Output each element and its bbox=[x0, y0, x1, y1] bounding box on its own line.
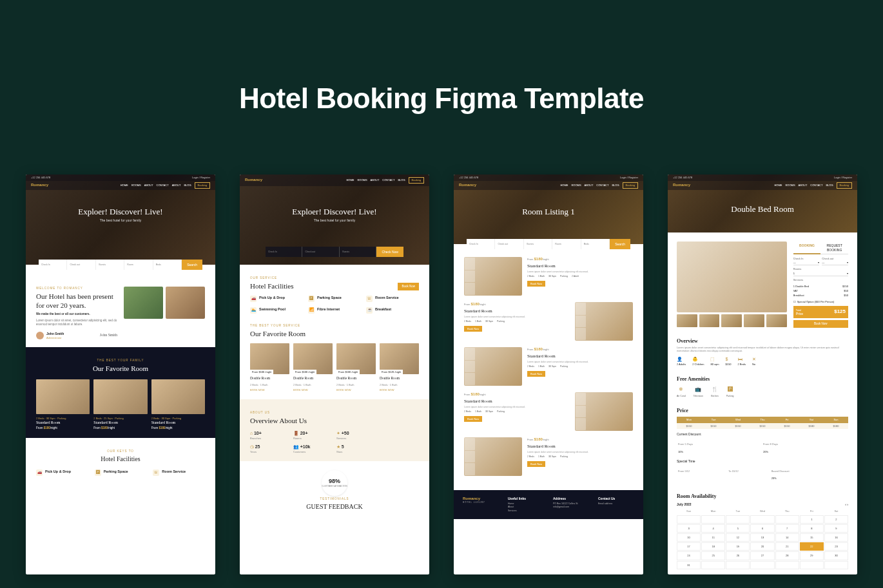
calendar-day[interactable]: 31 bbox=[677, 561, 701, 569]
room-main-image[interactable] bbox=[677, 242, 787, 312]
calendar-day[interactable]: 22 bbox=[800, 542, 824, 551]
book-now-button[interactable]: Book Now bbox=[398, 283, 419, 290]
logo[interactable]: Romancy bbox=[673, 183, 690, 188]
nav-link[interactable]: ABOUT bbox=[585, 184, 594, 187]
book-now-button[interactable]: Book Now bbox=[527, 281, 545, 287]
logo[interactable]: Romancy bbox=[245, 178, 262, 183]
room-image[interactable] bbox=[464, 257, 522, 296]
book-now-button[interactable]: Book Now bbox=[464, 326, 482, 332]
checkin-field[interactable]: Check In—▾ bbox=[793, 257, 820, 265]
topbar-auth[interactable]: Login / Register bbox=[834, 176, 852, 179]
nav-link[interactable]: ABOUT bbox=[371, 178, 380, 182]
guests-field[interactable]: Guests bbox=[524, 239, 552, 249]
nav-link[interactable]: ROOMS bbox=[785, 184, 795, 187]
topbar-auth[interactable]: Login / Register bbox=[192, 176, 210, 179]
booking-button[interactable]: Booking bbox=[195, 182, 210, 188]
checkout-field[interactable]: Check out bbox=[302, 247, 339, 257]
room-card[interactable]: 2 Beds · 30 Sqm · Parking Standard Room … bbox=[36, 379, 90, 430]
calendar-day[interactable]: 11 bbox=[701, 533, 725, 542]
calendar-day[interactable]: 20 bbox=[750, 542, 774, 551]
calendar-day[interactable]: 3 bbox=[677, 524, 701, 533]
room-image[interactable] bbox=[575, 302, 633, 341]
calendar-day[interactable]: 16 bbox=[824, 533, 848, 542]
calendar-day[interactable]: 5 bbox=[726, 524, 750, 533]
calendar-day[interactable]: 15 bbox=[800, 533, 824, 542]
guests-field[interactable]: Guests bbox=[96, 260, 124, 270]
logo[interactable]: Romancy bbox=[31, 183, 48, 188]
calendar-day[interactable]: 6 bbox=[750, 524, 774, 533]
nav-link[interactable]: CONTACT bbox=[810, 184, 822, 187]
rooms-field[interactable]: Rooms1▾ bbox=[793, 267, 848, 276]
nav-link[interactable]: HOME bbox=[560, 184, 568, 187]
checkin-field[interactable]: Check In bbox=[467, 239, 495, 249]
search-button[interactable]: Search bbox=[610, 239, 630, 249]
nav-link[interactable]: BLOG bbox=[612, 184, 619, 187]
nav-link[interactable]: ABOUT bbox=[172, 184, 181, 187]
beds-field[interactable]: Beds bbox=[581, 239, 610, 249]
calendar-day[interactable]: 29 bbox=[800, 551, 824, 560]
special-option[interactable]: ☐Special Option ($10 Per Person) bbox=[793, 300, 848, 303]
calendar-day[interactable]: 17 bbox=[677, 542, 701, 551]
calendar-day[interactable]: 21 bbox=[775, 542, 799, 551]
calendar-day[interactable]: 25 bbox=[701, 551, 725, 560]
calendar-day[interactable]: 26 bbox=[726, 551, 750, 560]
calendar-day[interactable]: 30 bbox=[824, 551, 848, 560]
calendar-day[interactable]: 13 bbox=[750, 533, 774, 542]
book-now-link[interactable]: BOOK NOW bbox=[380, 388, 419, 392]
calendar-day[interactable]: 18 bbox=[701, 542, 725, 551]
room-field[interactable]: Room bbox=[552, 239, 581, 249]
thumbnail[interactable] bbox=[766, 314, 787, 327]
next-month-button[interactable]: › bbox=[847, 502, 848, 506]
preview-homepage-2[interactable]: Romancy HOME ROOMS ABOUT CONTACT BLOG Bo… bbox=[240, 175, 429, 574]
calendar-day[interactable]: 14 bbox=[775, 533, 799, 542]
guests-field[interactable]: Guests bbox=[340, 247, 376, 257]
book-now-link[interactable]: BOOK NOW bbox=[293, 388, 333, 392]
room-card[interactable]: 2 Beds · 25 Sqm · Parking Standard Room … bbox=[93, 379, 147, 430]
thumbnail[interactable] bbox=[721, 314, 742, 327]
book-now-link[interactable]: BOOK NOW bbox=[250, 388, 289, 392]
thumbnail[interactable] bbox=[744, 314, 764, 327]
nav-link[interactable]: CONTACT bbox=[596, 184, 608, 187]
prev-month-button[interactable]: ‹ bbox=[845, 502, 846, 506]
calendar-day[interactable]: 2 bbox=[824, 515, 848, 524]
book-now-button[interactable]: Book Now bbox=[464, 416, 482, 422]
nav-link[interactable]: CONTACT bbox=[382, 178, 394, 182]
calendar-day[interactable]: 7 bbox=[775, 524, 799, 533]
nav-link[interactable]: HOME bbox=[346, 178, 354, 182]
calendar-day[interactable]: 8 bbox=[800, 524, 824, 533]
book-now-button[interactable]: Book Now bbox=[793, 320, 848, 328]
preview-room-listing[interactable]: +12 234 445 678 Login / Register Romancy… bbox=[454, 175, 643, 574]
nav-link[interactable]: HOME bbox=[774, 184, 782, 187]
tab-request[interactable]: REQUEST BOOKING bbox=[820, 242, 848, 254]
logo[interactable]: Romancy bbox=[459, 183, 476, 188]
nav-link[interactable]: ROOMS bbox=[131, 184, 141, 187]
calendar-day[interactable]: 19 bbox=[726, 542, 750, 551]
beds-field[interactable]: Beds bbox=[153, 260, 182, 270]
calendar-day[interactable]: 27 bbox=[750, 551, 774, 560]
room-card[interactable]: 2 Beds · 30 Sqm · Parking Standard Room … bbox=[151, 379, 205, 430]
book-now-button[interactable]: Book Now bbox=[527, 461, 545, 467]
calendar-day[interactable]: 4 bbox=[701, 524, 725, 533]
room-image[interactable] bbox=[464, 437, 522, 476]
booking-button[interactable]: Booking bbox=[837, 182, 852, 188]
checkin-field[interactable]: Check In bbox=[266, 247, 302, 257]
book-now-link[interactable]: BOOK NOW bbox=[336, 388, 376, 392]
room-card[interactable]: From $100 /night Double Room 2 Beds · 1 … bbox=[250, 343, 289, 392]
room-card[interactable]: From $100 /night Double Room 2 Beds · 1 … bbox=[293, 343, 333, 392]
nav-link[interactable]: ABOUT bbox=[799, 184, 808, 187]
thumbnail[interactable] bbox=[677, 314, 697, 327]
topbar-auth[interactable]: Login / Register bbox=[620, 176, 638, 179]
calendar-day[interactable]: 9 bbox=[824, 524, 848, 533]
room-field[interactable]: Room bbox=[124, 260, 153, 270]
calendar-day[interactable]: 12 bbox=[726, 533, 750, 542]
nav-link[interactable]: ROOMS bbox=[571, 184, 581, 187]
thumbnail[interactable] bbox=[699, 314, 720, 327]
room-card[interactable]: From $120 /night Double Room 2 Beds · 1 … bbox=[380, 343, 419, 392]
calendar-day[interactable]: 28 bbox=[775, 551, 799, 560]
booking-button[interactable]: Booking bbox=[409, 177, 424, 183]
nav-link[interactable]: ROOMS bbox=[357, 178, 367, 182]
nav-link[interactable]: BLOG bbox=[826, 184, 833, 187]
calendar-day[interactable]: 10 bbox=[677, 533, 701, 542]
nav-link[interactable]: HOME bbox=[121, 184, 128, 187]
checkout-field[interactable]: Check out bbox=[495, 239, 523, 249]
